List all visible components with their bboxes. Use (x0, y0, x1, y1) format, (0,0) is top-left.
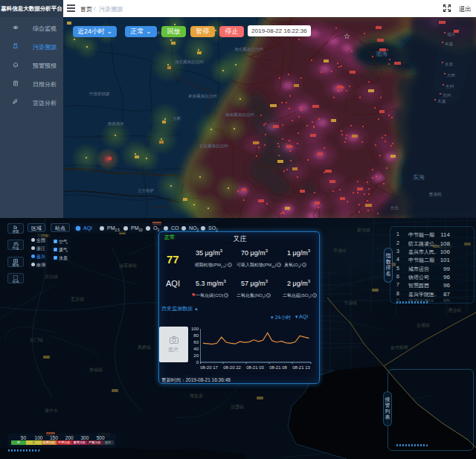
svg-text:80: 80 (193, 333, 199, 338)
svg-text:0: 0 (196, 360, 199, 365)
svg-text:100: 100 (191, 327, 199, 331)
svg-text:08-20 17: 08-20 17 (200, 365, 218, 370)
svg-text:40: 40 (193, 347, 199, 351)
svg-text:20: 20 (193, 353, 199, 358)
svg-text:08-20 22: 08-20 22 (223, 365, 241, 370)
svg-text:08-21 08: 08-21 08 (269, 365, 287, 370)
svg-text:08-21 03: 08-21 03 (246, 365, 264, 370)
svg-text:60: 60 (193, 340, 199, 344)
svg-text:08-21 13: 08-21 13 (292, 365, 310, 370)
